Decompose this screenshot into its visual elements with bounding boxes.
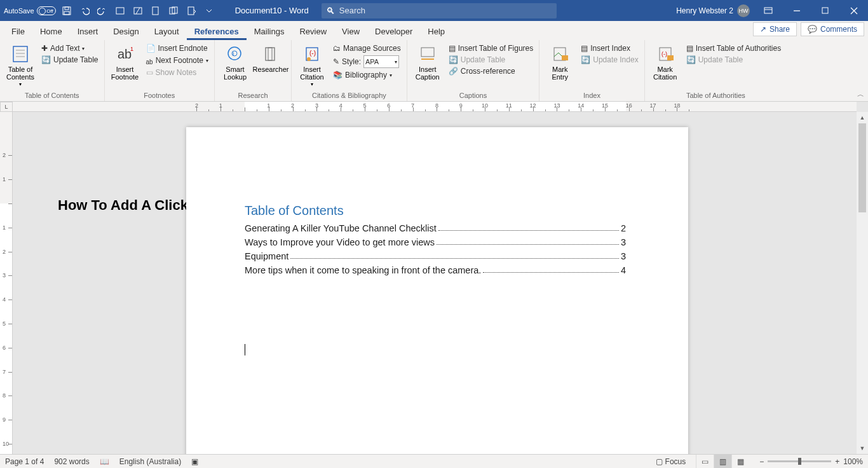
word-count[interactable]: 902 words bbox=[54, 457, 89, 466]
macro-record-icon[interactable]: ▣ bbox=[191, 457, 198, 466]
focus-icon: ▢ bbox=[656, 457, 663, 466]
toc-leader-dots bbox=[483, 265, 619, 273]
insert-caption-button[interactable]: Insert Caption bbox=[411, 43, 444, 81]
collapse-ribbon-icon[interactable]: ︿ bbox=[857, 90, 864, 99]
search-box[interactable]: 🔍︎ bbox=[322, 3, 557, 18]
web-layout-icon[interactable]: ▦ bbox=[731, 455, 749, 469]
researcher-button[interactable]: Researcher bbox=[254, 43, 287, 74]
focus-mode-button[interactable]: ▢Focus bbox=[656, 457, 686, 466]
spellcheck-icon[interactable]: 📖 bbox=[100, 457, 109, 466]
next-footnote-icon: ab bbox=[146, 55, 153, 65]
toc-entry[interactable]: Generating A Killer YouTube Channel Chec… bbox=[245, 223, 626, 233]
mark-entry-icon bbox=[550, 44, 570, 64]
vertical-scrollbar[interactable]: ▲ ▼ bbox=[857, 112, 868, 454]
zoom-slider[interactable] bbox=[768, 460, 831, 462]
tab-developer[interactable]: Developer bbox=[367, 23, 420, 40]
comments-button[interactable]: 💬Comments bbox=[801, 22, 864, 36]
svg-rect-18 bbox=[268, 48, 272, 60]
horizontal-ruler[interactable]: 21123456789101112131415161718 bbox=[13, 102, 857, 112]
tab-references[interactable]: References bbox=[187, 23, 247, 40]
table-of-contents-button[interactable]: Table of Contents ▾ bbox=[4, 43, 37, 88]
mark-citation-icon: (-) bbox=[655, 44, 675, 64]
toc-entry-text: Generating A Killer YouTube Channel Chec… bbox=[245, 223, 437, 233]
minimize-button[interactable] bbox=[782, 0, 811, 21]
tab-mailings[interactable]: Mailings bbox=[247, 23, 292, 40]
tab-review[interactable]: Review bbox=[292, 23, 334, 40]
autosave-toggle[interactable]: AutoSave Off bbox=[4, 6, 56, 15]
document-page[interactable]: Table of Contents Generating A Killer Yo… bbox=[186, 127, 688, 468]
tab-design[interactable]: Design bbox=[105, 23, 146, 40]
print-layout-icon[interactable]: ▥ bbox=[714, 455, 731, 469]
svg-rect-22 bbox=[421, 48, 434, 57]
zoom-level[interactable]: 100% bbox=[843, 457, 863, 466]
scroll-down-icon[interactable]: ▼ bbox=[857, 443, 868, 454]
insert-index-button[interactable]: ▤Insert Index bbox=[579, 43, 640, 53]
update-tof-button[interactable]: 🔄Update Table bbox=[447, 55, 536, 65]
account-button[interactable]: Henry Webster 2 HW bbox=[676, 4, 750, 17]
toc-entry[interactable]: More tips when it come to speaking in fr… bbox=[245, 265, 626, 275]
ribbon-display-options-icon[interactable] bbox=[754, 0, 782, 21]
search-input[interactable] bbox=[339, 6, 543, 15]
svg-text:i: i bbox=[233, 50, 234, 57]
toc-entry[interactable]: Ways to Improve your Video to get more v… bbox=[245, 237, 626, 247]
maximize-button[interactable] bbox=[811, 0, 839, 21]
insert-citation-button[interactable]: (-) Insert Citation ▾ bbox=[295, 43, 329, 88]
close-button[interactable] bbox=[839, 0, 868, 21]
svg-rect-5 bbox=[153, 7, 158, 15]
insert-toa-button[interactable]: ▤Insert Table of Authorities bbox=[684, 43, 783, 53]
qat-icon-2[interactable] bbox=[131, 4, 145, 18]
style-dropdown[interactable]: APA▾ bbox=[363, 55, 399, 68]
insert-table-of-figures-button[interactable]: ▤Insert Table of Figures bbox=[447, 43, 536, 53]
qat-icon-3[interactable] bbox=[149, 4, 163, 18]
tab-view[interactable]: View bbox=[334, 23, 367, 40]
share-button[interactable]: ↗Share bbox=[753, 22, 797, 36]
redo-icon[interactable] bbox=[95, 4, 109, 18]
citation-style-select[interactable]: ✎ Style: APA▾ bbox=[331, 55, 403, 69]
update-toa-button[interactable]: 🔄Update Table bbox=[684, 55, 783, 65]
save-icon[interactable] bbox=[60, 4, 74, 18]
qat-icon-5[interactable] bbox=[184, 4, 198, 18]
vertical-ruler[interactable]: 211234567891011 bbox=[0, 112, 13, 454]
qat-icon-1[interactable] bbox=[113, 4, 127, 18]
page-indicator[interactable]: Page 1 of 4 bbox=[5, 457, 44, 466]
add-text-button[interactable]: ✚Add Text▾ bbox=[39, 43, 100, 53]
qat-customize-icon[interactable] bbox=[202, 4, 216, 18]
mark-entry-button[interactable]: Mark Entry bbox=[543, 43, 576, 81]
manage-sources-button[interactable]: 🗂Manage Sources bbox=[331, 43, 403, 53]
scrollbar-thumb[interactable] bbox=[858, 123, 866, 212]
ruler-corner[interactable]: L bbox=[0, 102, 13, 112]
tab-insert[interactable]: Insert bbox=[70, 23, 106, 40]
bibliography-button[interactable]: 📚Bibliography▾ bbox=[331, 70, 403, 80]
show-notes-button[interactable]: ▭Show Notes bbox=[144, 67, 211, 78]
toc-entry-page: 2 bbox=[621, 223, 626, 233]
ribbon-tabs: File Home Insert Design Layout Reference… bbox=[0, 21, 868, 40]
zoom-out-button[interactable]: − bbox=[759, 457, 764, 466]
insert-endnote-button[interactable]: 📄Insert Endnote bbox=[144, 43, 211, 53]
tab-help[interactable]: Help bbox=[420, 23, 452, 40]
tab-home[interactable]: Home bbox=[32, 23, 70, 40]
document-title: Document10 - Word bbox=[235, 6, 309, 15]
next-footnote-button[interactable]: abNext Footnote▾ bbox=[144, 55, 211, 66]
update-icon: 🔄 bbox=[581, 55, 590, 64]
sources-icon: 🗂 bbox=[333, 44, 341, 53]
toc-icon bbox=[10, 44, 31, 64]
group-index: Mark Entry ▤Insert Index 🔄Update Index I… bbox=[539, 40, 644, 101]
show-notes-icon: ▭ bbox=[146, 68, 153, 77]
update-index-button[interactable]: 🔄Update Index bbox=[579, 55, 640, 65]
style-icon: ✎ bbox=[333, 57, 339, 66]
tab-layout[interactable]: Layout bbox=[147, 23, 187, 40]
undo-icon[interactable] bbox=[78, 4, 92, 18]
mark-citation-button[interactable]: (-) Mark Citation bbox=[649, 43, 682, 81]
insert-footnote-button[interactable]: ab1 Insert Footnote bbox=[109, 43, 142, 81]
tab-file[interactable]: File bbox=[4, 23, 32, 40]
zoom-in-button[interactable]: + bbox=[835, 457, 839, 466]
read-mode-icon[interactable]: ▭ bbox=[696, 455, 714, 469]
update-icon: 🔄 bbox=[449, 55, 458, 64]
toc-entry[interactable]: Equipment3 bbox=[245, 251, 626, 261]
scroll-up-icon[interactable]: ▲ bbox=[857, 112, 868, 123]
cross-reference-button[interactable]: 🔗Cross-reference bbox=[447, 66, 536, 76]
smart-lookup-button[interactable]: i Smart Lookup bbox=[219, 43, 252, 81]
update-table-button[interactable]: 🔄Update Table bbox=[39, 55, 100, 65]
language-indicator[interactable]: English (Australia) bbox=[119, 457, 181, 466]
qat-icon-4[interactable] bbox=[166, 4, 180, 18]
